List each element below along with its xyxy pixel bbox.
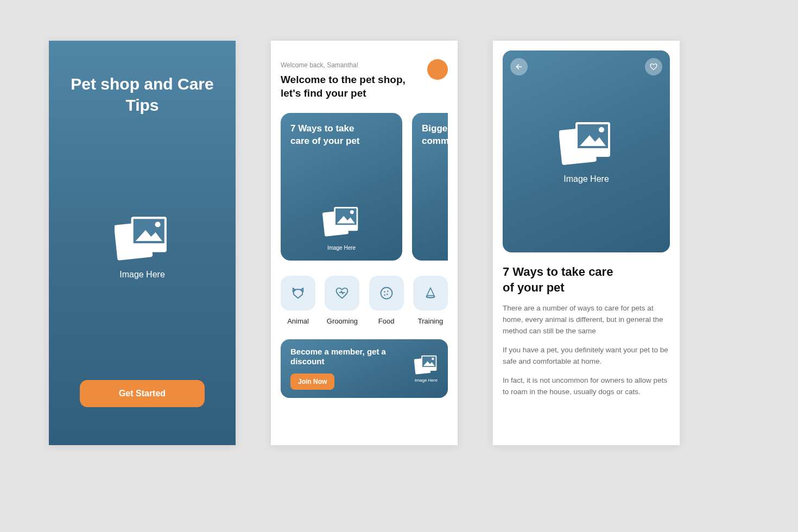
favorite-button[interactable] (645, 58, 662, 75)
category-item-animal[interactable]: Animal (281, 276, 315, 325)
svg-point-14 (384, 295, 385, 296)
avatar[interactable] (427, 59, 448, 80)
article-title: 7 Ways to take care of your pet (503, 264, 628, 295)
image-placeholder-label: Image Here (563, 174, 609, 184)
onboarding-screen: Pet shop and Care Tips Image Here Get St… (49, 41, 236, 445)
article-paragraph: There are a number of ways to care for p… (503, 303, 670, 337)
tip-card[interactable]: Biggest commu (412, 113, 448, 261)
category-label: Grooming (327, 317, 358, 325)
svg-point-4 (155, 221, 160, 227)
promo-title: Become a member, get a discount (290, 347, 414, 368)
tip-card-row: 7 Ways to take care of your pet Image He… (281, 113, 448, 261)
get-started-button[interactable]: Get Started (80, 380, 205, 407)
svg-point-20 (432, 358, 434, 360)
category-label: Animal (287, 317, 309, 325)
article-screen: Image Here 7 Ways to take care of your p… (493, 41, 680, 445)
greeting-small: Welcome back, Samantha! (281, 61, 416, 69)
home-screen: Welcome back, Samantha! Welcome to the p… (271, 41, 458, 445)
svg-point-10 (381, 288, 392, 299)
animal-icon (281, 276, 315, 311)
svg-point-11 (384, 292, 385, 293)
category-row: Animal Grooming (281, 276, 448, 325)
svg-point-15 (426, 296, 434, 298)
image-placeholder-label: Image Here (415, 378, 438, 383)
article-paragraph: If you have a pet, you definitely want y… (503, 345, 670, 368)
category-label: Training (418, 317, 443, 325)
svg-point-13 (387, 294, 388, 295)
image-placeholder-icon: Image Here (115, 213, 170, 280)
tip-card-title: 7 Ways to take care of your pet (290, 123, 366, 148)
promo-banner: Become a member, get a discount Join Now… (281, 339, 448, 398)
svg-point-12 (387, 291, 389, 293)
article-hero: Image Here (503, 50, 670, 252)
arrow-left-icon (515, 62, 523, 71)
category-item-food[interactable]: Food (369, 276, 404, 325)
category-label: Food (378, 317, 395, 325)
image-placeholder-label: Image Here (327, 245, 356, 251)
tip-card[interactable]: 7 Ways to take care of your pet Image He… (281, 113, 402, 261)
image-placeholder-label: Image Here (119, 270, 165, 280)
image-placeholder-icon: Image Here (322, 205, 360, 251)
greeting-heading: Welcome to the pet shop, let's find your… (281, 73, 416, 100)
onboarding-title: Pet shop and Care Tips (64, 73, 220, 116)
category-item-grooming[interactable]: Grooming (325, 276, 359, 325)
heart-icon (649, 62, 658, 71)
image-placeholder-icon: Image Here (414, 354, 438, 383)
cone-icon (413, 276, 448, 311)
category-item-training[interactable]: Training (413, 276, 448, 325)
heart-pulse-icon (325, 276, 359, 311)
join-now-button[interactable]: Join Now (290, 373, 334, 390)
cookie-icon (369, 276, 404, 311)
svg-point-9 (350, 211, 354, 214)
back-button[interactable] (510, 58, 528, 75)
tip-card-title: Biggest commu (422, 123, 448, 148)
article-paragraph: In fact, it is not uncommon for owners t… (503, 375, 670, 398)
image-placeholder-icon: Image Here (559, 119, 613, 184)
svg-point-25 (599, 127, 604, 132)
